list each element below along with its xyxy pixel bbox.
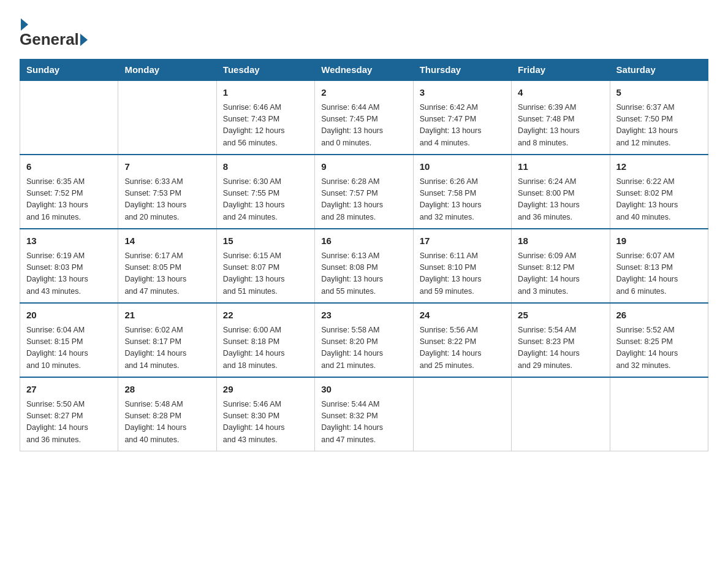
calendar-cell: 20Sunrise: 6:04 AM Sunset: 8:15 PM Dayli…	[20, 303, 118, 377]
day-info: Sunrise: 6:33 AM Sunset: 7:53 PM Dayligh…	[124, 176, 210, 224]
day-info: Sunrise: 6:35 AM Sunset: 7:52 PM Dayligh…	[26, 176, 112, 224]
day-number: 21	[124, 308, 210, 323]
calendar-cell: 3Sunrise: 6:42 AM Sunset: 7:47 PM Daylig…	[413, 80, 511, 155]
day-number: 5	[616, 86, 702, 100]
day-info: Sunrise: 5:46 AM Sunset: 8:30 PM Dayligh…	[223, 399, 308, 446]
day-info: Sunrise: 6:13 AM Sunset: 8:08 PM Dayligh…	[321, 250, 406, 298]
calendar-cell: 22Sunrise: 6:00 AM Sunset: 8:18 PM Dayli…	[216, 303, 314, 377]
day-number: 10	[420, 160, 505, 174]
day-info: Sunrise: 5:52 AM Sunset: 8:25 PM Dayligh…	[616, 324, 702, 372]
day-number: 12	[616, 160, 702, 174]
calendar-cell: 4Sunrise: 6:39 AM Sunset: 7:48 PM Daylig…	[512, 80, 610, 155]
calendar-cell: 26Sunrise: 5:52 AM Sunset: 8:25 PM Dayli…	[610, 303, 708, 377]
day-number: 8	[223, 160, 308, 174]
day-info: Sunrise: 6:04 AM Sunset: 8:15 PM Dayligh…	[26, 324, 112, 372]
day-number: 2	[321, 86, 406, 100]
calendar-cell: 14Sunrise: 6:17 AM Sunset: 8:05 PM Dayli…	[118, 229, 216, 303]
day-info: Sunrise: 5:56 AM Sunset: 8:22 PM Dayligh…	[420, 324, 505, 372]
day-info: Sunrise: 6:24 AM Sunset: 8:00 PM Dayligh…	[518, 176, 603, 224]
logo-general-bottom: General	[20, 30, 79, 49]
day-number: 23	[321, 308, 406, 323]
day-number: 28	[124, 383, 210, 397]
day-info: Sunrise: 6:26 AM Sunset: 7:58 PM Dayligh…	[420, 176, 505, 224]
day-number: 14	[124, 234, 210, 248]
calendar-table: SundayMondayTuesdayWednesdayThursdayFrid…	[20, 59, 708, 451]
calendar-cell: 6Sunrise: 6:35 AM Sunset: 7:52 PM Daylig…	[20, 155, 118, 229]
day-info: Sunrise: 6:42 AM Sunset: 7:47 PM Dayligh…	[420, 102, 505, 150]
calendar-cell: 15Sunrise: 6:15 AM Sunset: 8:07 PM Dayli…	[216, 229, 314, 303]
calendar-cell: 9Sunrise: 6:28 AM Sunset: 7:57 PM Daylig…	[315, 155, 413, 229]
day-number: 19	[616, 234, 702, 248]
calendar-cell: 12Sunrise: 6:22 AM Sunset: 8:02 PM Dayli…	[610, 155, 708, 229]
day-info: Sunrise: 6:19 AM Sunset: 8:03 PM Dayligh…	[26, 250, 112, 298]
day-number: 20	[26, 308, 112, 323]
column-header-tuesday: Tuesday	[216, 59, 314, 81]
day-number: 9	[321, 160, 406, 174]
column-header-friday: Friday	[512, 59, 610, 81]
column-header-wednesday: Wednesday	[315, 59, 413, 81]
calendar-cell: 28Sunrise: 5:48 AM Sunset: 8:28 PM Dayli…	[118, 377, 216, 451]
day-info: Sunrise: 6:28 AM Sunset: 7:57 PM Dayligh…	[321, 176, 406, 224]
day-number: 6	[26, 160, 112, 174]
day-number: 24	[420, 308, 505, 323]
day-info: Sunrise: 6:02 AM Sunset: 8:17 PM Dayligh…	[124, 324, 210, 372]
calendar-week-row: 6Sunrise: 6:35 AM Sunset: 7:52 PM Daylig…	[20, 155, 708, 229]
calendar-cell	[118, 80, 216, 155]
day-number: 25	[518, 308, 603, 323]
calendar-cell: 5Sunrise: 6:37 AM Sunset: 7:50 PM Daylig…	[610, 80, 708, 155]
day-info: Sunrise: 6:17 AM Sunset: 8:05 PM Dayligh…	[124, 250, 210, 298]
day-info: Sunrise: 6:39 AM Sunset: 7:48 PM Dayligh…	[518, 102, 603, 150]
day-info: Sunrise: 5:54 AM Sunset: 8:23 PM Dayligh…	[518, 324, 603, 372]
calendar-week-row: 20Sunrise: 6:04 AM Sunset: 8:15 PM Dayli…	[20, 303, 708, 377]
calendar-cell: 2Sunrise: 6:44 AM Sunset: 7:45 PM Daylig…	[315, 80, 413, 155]
calendar-cell: 11Sunrise: 6:24 AM Sunset: 8:00 PM Dayli…	[512, 155, 610, 229]
day-info: Sunrise: 6:09 AM Sunset: 8:12 PM Dayligh…	[518, 250, 603, 298]
day-number: 27	[26, 383, 112, 397]
calendar-cell: 27Sunrise: 5:50 AM Sunset: 8:27 PM Dayli…	[20, 377, 118, 451]
calendar-week-row: 13Sunrise: 6:19 AM Sunset: 8:03 PM Dayli…	[20, 229, 708, 303]
day-number: 18	[518, 234, 603, 248]
page-header: General	[20, 15, 708, 49]
calendar-cell: 25Sunrise: 5:54 AM Sunset: 8:23 PM Dayli…	[512, 303, 610, 377]
calendar-cell	[20, 80, 118, 155]
day-number: 22	[223, 308, 308, 323]
calendar-cell: 1Sunrise: 6:46 AM Sunset: 7:43 PM Daylig…	[216, 80, 314, 155]
day-number: 17	[420, 234, 505, 248]
column-header-saturday: Saturday	[610, 59, 708, 81]
calendar-cell	[413, 377, 511, 451]
day-info: Sunrise: 5:58 AM Sunset: 8:20 PM Dayligh…	[321, 324, 406, 372]
day-number: 29	[223, 383, 308, 397]
calendar-week-row: 27Sunrise: 5:50 AM Sunset: 8:27 PM Dayli…	[20, 377, 708, 451]
day-info: Sunrise: 6:07 AM Sunset: 8:13 PM Dayligh…	[616, 250, 702, 298]
calendar-cell: 24Sunrise: 5:56 AM Sunset: 8:22 PM Dayli…	[413, 303, 511, 377]
day-info: Sunrise: 5:48 AM Sunset: 8:28 PM Dayligh…	[124, 399, 210, 446]
calendar-cell: 29Sunrise: 5:46 AM Sunset: 8:30 PM Dayli…	[216, 377, 314, 451]
day-number: 4	[518, 86, 603, 100]
calendar-cell: 23Sunrise: 5:58 AM Sunset: 8:20 PM Dayli…	[315, 303, 413, 377]
calendar-cell: 19Sunrise: 6:07 AM Sunset: 8:13 PM Dayli…	[610, 229, 708, 303]
day-number: 16	[321, 234, 406, 248]
day-number: 26	[616, 308, 702, 323]
calendar-cell: 18Sunrise: 6:09 AM Sunset: 8:12 PM Dayli…	[512, 229, 610, 303]
calendar-cell: 8Sunrise: 6:30 AM Sunset: 7:55 PM Daylig…	[216, 155, 314, 229]
day-info: Sunrise: 6:22 AM Sunset: 8:02 PM Dayligh…	[616, 176, 702, 224]
calendar-week-row: 1Sunrise: 6:46 AM Sunset: 7:43 PM Daylig…	[20, 80, 708, 155]
day-info: Sunrise: 5:44 AM Sunset: 8:32 PM Dayligh…	[321, 399, 406, 446]
calendar-cell	[610, 377, 708, 451]
day-info: Sunrise: 6:30 AM Sunset: 7:55 PM Dayligh…	[223, 176, 308, 224]
day-number: 30	[321, 383, 406, 397]
day-info: Sunrise: 6:00 AM Sunset: 8:18 PM Dayligh…	[223, 324, 308, 372]
day-number: 7	[124, 160, 210, 174]
logo: General	[20, 15, 89, 49]
calendar-cell: 7Sunrise: 6:33 AM Sunset: 7:53 PM Daylig…	[118, 155, 216, 229]
day-number: 1	[223, 86, 308, 100]
column-header-monday: Monday	[118, 59, 216, 81]
day-number: 3	[420, 86, 505, 100]
logo-arrow-icon2	[80, 34, 88, 46]
column-header-sunday: Sunday	[20, 59, 118, 81]
day-info: Sunrise: 6:44 AM Sunset: 7:45 PM Dayligh…	[321, 102, 406, 150]
calendar-cell: 10Sunrise: 6:26 AM Sunset: 7:58 PM Dayli…	[413, 155, 511, 229]
day-info: Sunrise: 6:15 AM Sunset: 8:07 PM Dayligh…	[223, 250, 308, 298]
day-info: Sunrise: 5:50 AM Sunset: 8:27 PM Dayligh…	[26, 399, 112, 446]
calendar-cell: 30Sunrise: 5:44 AM Sunset: 8:32 PM Dayli…	[315, 377, 413, 451]
